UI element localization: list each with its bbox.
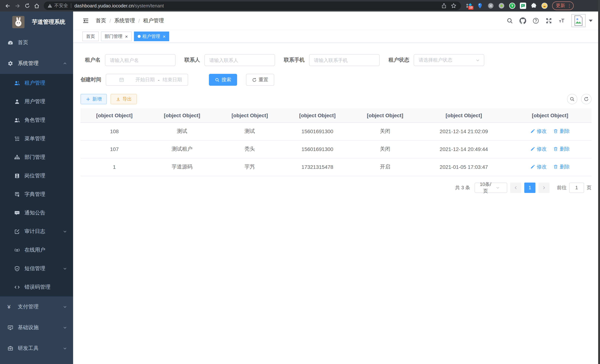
extension-button[interactable]: [477, 3, 483, 9]
export-button[interactable]: 导出: [111, 94, 137, 104]
page-tab[interactable]: 部门管理 ×: [101, 32, 131, 41]
edit-icon: [530, 129, 535, 134]
status-select-placeholder: 请选择租户状态: [419, 57, 475, 64]
bookmark-button[interactable]: [450, 2, 457, 9]
next-page-button[interactable]: [538, 182, 550, 193]
tab-close-icon[interactable]: ×: [163, 34, 166, 39]
delete-link[interactable]: 删除: [553, 128, 570, 135]
sidebar-item[interactable]: 通知公告: [0, 204, 73, 222]
sidebar-item[interactable]: 菜单管理: [0, 130, 73, 148]
sidebar-item[interactable]: 研发工具: [0, 338, 73, 359]
not-secure-icon: [47, 3, 52, 8]
browser-menu-icon[interactable]: ⋮: [567, 3, 572, 8]
mobile-label: 联系手机: [284, 57, 305, 64]
page-number-1[interactable]: 1: [524, 182, 535, 193]
status-select[interactable]: 请选择租户状态: [414, 54, 484, 66]
cell-mobile: 15601691300: [283, 122, 351, 140]
extension-button[interactable]: Y: [509, 3, 516, 9]
page-tab[interactable]: 首页: [82, 32, 99, 41]
extension-button[interactable]: ⌘: [488, 3, 494, 9]
delete-link[interactable]: 删除: [553, 146, 570, 152]
start-date-placeholder: 开始日期: [133, 76, 157, 83]
sidebar-item[interactable]: 首页: [0, 32, 73, 53]
user-menu-caret-icon[interactable]: [589, 19, 593, 22]
table-column-header: [object Object]: [351, 108, 419, 122]
extension-button[interactable]: [531, 3, 537, 9]
dashboard-icon: [7, 40, 13, 46]
extension-button[interactable]: [520, 3, 526, 9]
sidebar-item[interactable]: 错误码管理: [0, 278, 73, 297]
help-button[interactable]: [533, 17, 539, 24]
update-button[interactable]: 更新 ⋮: [552, 1, 574, 10]
menu-tree-icon: [14, 136, 20, 142]
edit-link[interactable]: 修改: [530, 146, 547, 152]
add-button[interactable]: 新增: [81, 94, 107, 104]
page-tab[interactable]: 租户管理 ×: [134, 32, 169, 41]
sidebar-item[interactable]: 短信管理: [0, 259, 73, 278]
page-size-select[interactable]: 10条/页: [475, 182, 507, 193]
sidebar-item[interactable]: 系统管理: [0, 53, 73, 74]
sidebar-item-label: 部门管理: [25, 154, 67, 161]
header-search-button[interactable]: [506, 17, 513, 24]
sidebar-item[interactable]: 租户管理: [0, 74, 73, 92]
address-bar[interactable]: 不安全 dashboard.yudao.iocoder.cn /system/t…: [44, 1, 461, 10]
broken-image-icon: [572, 15, 585, 26]
sidebar-menu: 首页 系统管理 租户管理: [0, 32, 73, 359]
tenant-name-input[interactable]: [105, 54, 176, 66]
github-button[interactable]: [519, 17, 526, 24]
browser-back-button[interactable]: [3, 1, 13, 10]
search-button[interactable]: 搜索: [209, 74, 237, 86]
sidebar-collapse-button[interactable]: [82, 17, 89, 24]
ext-chat-icon: [520, 3, 526, 9]
extension-button[interactable]: [541, 3, 548, 9]
extension-button[interactable]: 10: [466, 3, 472, 9]
sitemap-icon: [14, 154, 20, 160]
plus-icon: [86, 97, 91, 102]
breadcrumb-item[interactable]: 租户管理: [143, 17, 164, 24]
prev-page-button[interactable]: [510, 182, 521, 193]
breadcrumb-item[interactable]: 系统管理: [114, 17, 135, 24]
cell-status: 关闭: [351, 122, 419, 140]
security-label[interactable]: 不安全: [54, 3, 68, 9]
calendar-icon: [110, 77, 133, 82]
tab-close-icon[interactable]: ×: [125, 34, 128, 39]
delete-link[interactable]: 删除: [553, 164, 570, 170]
sidebar-item[interactable]: 在线用户: [0, 241, 73, 259]
sidebar-item[interactable]: 基础设施: [0, 317, 73, 338]
chevron-down-icon: [63, 229, 67, 234]
sidebar-item[interactable]: 用户管理: [0, 92, 73, 111]
chevron-down-icon: [63, 305, 67, 309]
extension-button[interactable]: [498, 3, 505, 9]
goto-page-input[interactable]: [569, 182, 584, 193]
sidebar-item[interactable]: 部门管理: [0, 148, 73, 167]
sidebar-item[interactable]: ¥ 支付管理: [0, 297, 73, 317]
share-button[interactable]: [440, 2, 448, 9]
breadcrumb-item[interactable]: 首页: [96, 17, 106, 24]
contact-input[interactable]: [205, 54, 275, 66]
edit-link[interactable]: 修改: [530, 164, 547, 170]
user-avatar[interactable]: [572, 14, 586, 27]
edit-link[interactable]: 修改: [530, 128, 547, 135]
font-size-button[interactable]: [558, 17, 565, 24]
sidebar-item[interactable]: 角色管理: [0, 111, 73, 130]
app-logo[interactable]: 芋道管理系统: [0, 11, 73, 32]
date-range-separator: -: [157, 77, 160, 83]
reset-button[interactable]: 重置: [246, 74, 274, 86]
browser-home-button[interactable]: [32, 1, 42, 10]
fullscreen-button[interactable]: [545, 17, 552, 24]
sidebar-item[interactable]: 字典管理: [0, 185, 73, 204]
sidebar-item[interactable]: 审计日志: [0, 222, 73, 241]
sidebar-item[interactable]: 岗位管理: [0, 167, 73, 185]
browser-reload-button[interactable]: [22, 1, 32, 10]
page-content: 租户名 联系人 联系手机 租户状态 请选择租户状态: [73, 43, 600, 364]
share-icon: [441, 3, 447, 9]
cell-contact: 秃头: [216, 140, 284, 158]
mobile-input[interactable]: [309, 54, 380, 66]
browser-forward-button[interactable]: [13, 1, 22, 10]
sidebar: 芋道管理系统 首页 系统管理: [0, 11, 73, 364]
toggle-search-button[interactable]: [567, 94, 577, 104]
create-time-range-picker[interactable]: 开始日期 - 结束日期: [106, 74, 188, 86]
refresh-table-button[interactable]: [581, 94, 591, 104]
chevron-down-icon: [492, 185, 504, 190]
sidebar-item-label: 研发工具: [18, 345, 63, 352]
